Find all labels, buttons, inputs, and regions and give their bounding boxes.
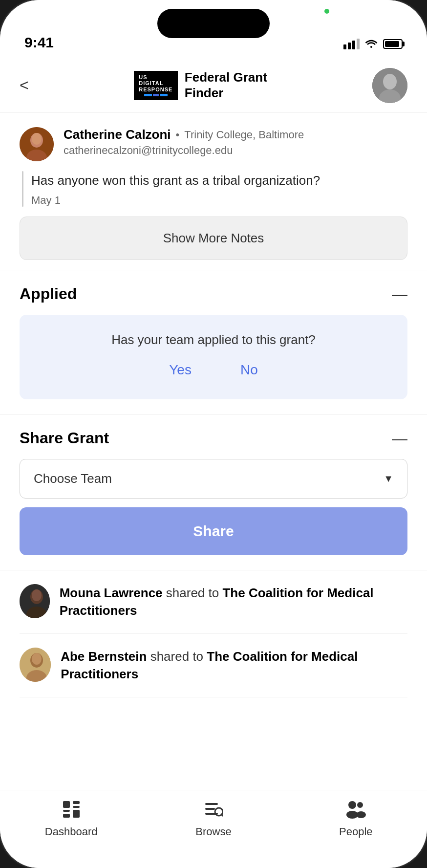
people-label: People — [339, 825, 373, 838]
note-text: Has anyone won this grant as a tribal or… — [31, 171, 407, 190]
choose-team-dropdown[interactable]: Choose Team ▼ — [20, 459, 407, 499]
svg-rect-21 — [205, 803, 218, 805]
applied-section-title: Applied — [20, 285, 77, 303]
dropdown-arrow-icon: ▼ — [384, 473, 393, 484]
status-icons — [343, 37, 403, 51]
note-email: catherinecalzoni@trinitycollege.edu — [64, 144, 407, 157]
signal-bars-icon — [343, 39, 360, 49]
nav-bar: < USDIGITALRESPONSE Federal GrantFinder — [0, 59, 427, 112]
applied-collapse-icon[interactable]: — — [392, 286, 407, 302]
dynamic-island — [157, 9, 270, 38]
share-grant-section: Share Grant — Choose Team ▼ Share — [0, 414, 427, 570]
app-title: Federal GrantFinder — [185, 70, 267, 100]
content-area: Catherine Calzoni • Trinity College, Bal… — [0, 112, 427, 790]
note-section: Catherine Calzoni • Trinity College, Bal… — [0, 112, 427, 270]
svg-point-10 — [32, 589, 42, 601]
svg-rect-19 — [63, 814, 70, 818]
status-time: 9:41 — [24, 34, 54, 51]
mouna-avatar — [20, 584, 50, 618]
svg-point-14 — [32, 653, 42, 665]
svg-rect-17 — [73, 806, 80, 808]
note-author-avatar — [20, 127, 54, 161]
abe-name: Abe Bernstein — [61, 649, 147, 664]
applied-card: Has your team applied to this grant? Yes… — [20, 315, 407, 399]
dashboard-label: Dashboard — [45, 825, 98, 838]
choose-team-text: Choose Team — [34, 471, 112, 486]
svg-point-28 — [357, 802, 363, 808]
applied-no-button[interactable]: No — [231, 358, 268, 382]
svg-point-6 — [32, 133, 42, 145]
user-avatar[interactable] — [372, 68, 407, 103]
mouna-name: Mouna Lawrence — [60, 586, 163, 600]
svg-rect-22 — [205, 808, 215, 810]
nav-item-browse[interactable]: Browse — [142, 800, 284, 838]
note-author-name: Catherine Calzoni — [64, 127, 171, 142]
svg-point-26 — [348, 801, 356, 809]
browse-label: Browse — [195, 825, 231, 838]
note-org: Trinity College, Baltimore — [184, 129, 304, 141]
nav-logo-area: USDIGITALRESPONSE Federal GrantFinder — [134, 70, 267, 100]
note-header: Catherine Calzoni • Trinity College, Bal… — [20, 127, 407, 161]
shared-list: Mouna Lawrence shared to The Coalition f… — [0, 570, 427, 697]
applied-question: Has your team applied to this grant? — [34, 332, 393, 347]
note-date: May 1 — [31, 194, 407, 207]
signal-dot — [324, 9, 329, 14]
svg-rect-20 — [73, 810, 80, 818]
svg-point-29 — [356, 811, 366, 818]
nav-item-dashboard[interactable]: Dashboard — [0, 800, 142, 838]
note-left-bar — [22, 171, 23, 207]
battery-icon — [383, 39, 403, 49]
share-grant-title: Share Grant — [20, 429, 109, 447]
applied-yes-button[interactable]: Yes — [159, 358, 201, 382]
svg-rect-15 — [63, 801, 70, 808]
browse-icon — [204, 800, 223, 822]
people-icon — [345, 800, 366, 822]
shared-item-1: Mouna Lawrence shared to The Coalition f… — [20, 570, 407, 634]
svg-point-1 — [383, 74, 397, 89]
abe-avatar — [20, 648, 51, 682]
svg-rect-16 — [73, 801, 80, 804]
shared-item-2: Abe Bernstein shared to The Coalition fo… — [20, 634, 407, 697]
usdr-logo: USDIGITALRESPONSE — [134, 71, 178, 100]
nav-item-people[interactable]: People — [285, 800, 427, 838]
bottom-nav: Dashboard Browse — [0, 790, 427, 868]
wifi-icon — [364, 37, 378, 51]
applied-section: Applied — Has your team applied to this … — [0, 270, 427, 414]
status-bar: 9:41 — [0, 0, 427, 59]
back-button[interactable]: < — [20, 76, 29, 94]
svg-rect-18 — [63, 810, 70, 812]
show-more-notes-button[interactable]: Show More Notes — [20, 217, 407, 260]
share-button[interactable]: Share — [20, 507, 407, 555]
share-grant-collapse-icon[interactable]: — — [392, 431, 407, 446]
svg-line-25 — [222, 815, 223, 817]
dashboard-icon — [62, 800, 81, 822]
note-meta: Catherine Calzoni • Trinity College, Bal… — [64, 127, 407, 157]
